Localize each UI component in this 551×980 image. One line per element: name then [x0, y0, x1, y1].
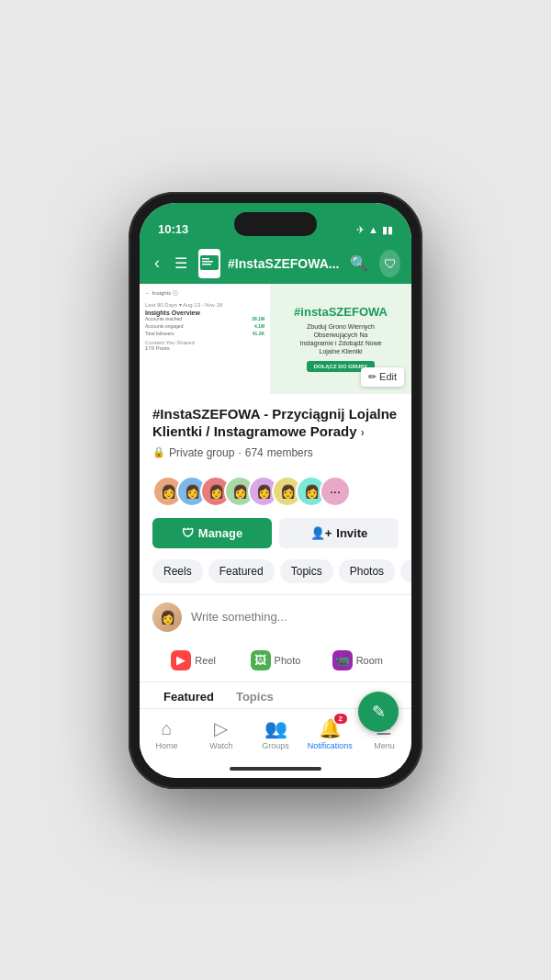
room-icon: 📹	[332, 650, 353, 670]
dynamic-island	[234, 212, 317, 236]
tab-photos[interactable]: Photos	[339, 559, 395, 583]
avatar[interactable]: ···	[320, 476, 351, 507]
home-indicator	[140, 760, 411, 778]
watch-icon: ▷	[214, 717, 228, 739]
nav-notifications-label: Notifications	[308, 741, 353, 750]
members-label: members	[267, 446, 313, 459]
user-avatar: 👩	[152, 603, 182, 632]
insights-rows: Accounts reached29.1M Accounts engaged4.…	[145, 316, 264, 336]
invite-button[interactable]: 👤+ Invite	[279, 518, 399, 548]
content-area: #InstaSZEFOWA - Przyciągnij Lojalne Klie…	[140, 394, 411, 708]
nav-home[interactable]: ⌂ Home	[140, 715, 194, 754]
search-button[interactable]: 🔍	[346, 251, 372, 276]
invite-person-icon: 👤+	[310, 526, 332, 540]
header-title: #InstaSZEFOWA...	[228, 256, 339, 271]
group-meta: 🔒 Private group · 674 members	[152, 446, 399, 459]
members-count: 674	[245, 446, 264, 459]
header-nav: ‹ ☰ #InstaSZEFOWA... 🔍 🛡	[140, 243, 411, 284]
nav-notifications[interactable]: 🔔 2 Notifications	[303, 714, 357, 754]
tab-featured[interactable]: Featured	[208, 559, 275, 583]
room-button[interactable]: 📹 Room	[317, 645, 399, 676]
notification-badge: 2	[334, 714, 347, 724]
phone-frame: 10:13 ✈ ▲ ▮▮ ‹ ☰ #InstaSZEFOWA... 🔍	[129, 192, 422, 789]
manage-shield-icon: 🛡	[182, 526, 194, 540]
insights-period: Last 90 Days ▾ Aug 13 - Nov 18	[145, 301, 264, 308]
cover-insights: ← Insights ⓘ Last 90 Days ▾ Aug 13 - Nov…	[140, 284, 270, 394]
edit-cover-button[interactable]: ✏ Edit	[361, 367, 404, 387]
phone-screen: 10:13 ✈ ▲ ▮▮ ‹ ☰ #InstaSZEFOWA... 🔍	[140, 203, 411, 778]
lock-icon: 🔒	[152, 446, 165, 458]
nav-menu-label: Menu	[374, 741, 395, 750]
group-logo	[198, 249, 220, 278]
shield-button[interactable]: 🛡	[379, 250, 400, 277]
tab-files[interactable]: Files	[400, 559, 411, 583]
tab-topics[interactable]: Topics	[280, 559, 333, 583]
insights-posts: 170 Posts	[145, 345, 264, 351]
photo-icon: 🖼	[251, 650, 271, 670]
home-bar	[230, 767, 321, 771]
airplane-icon: ✈	[356, 224, 365, 236]
groups-icon: 👥	[264, 717, 287, 739]
svg-rect-1	[202, 258, 209, 260]
chevron-right-icon: ›	[361, 426, 365, 439]
svg-rect-3	[202, 264, 211, 265]
status-icons: ✈ ▲ ▮▮	[356, 224, 393, 236]
nav-groups-label: Groups	[262, 741, 289, 750]
notification-wrapper: 🔔 2	[319, 717, 342, 739]
action-buttons: 🛡 Manage 👤+ Invite	[140, 518, 411, 548]
battery-icon: ▮▮	[382, 224, 393, 236]
shield-icon: 🛡	[384, 256, 397, 271]
compose-fab-button[interactable]: ✎	[358, 692, 399, 732]
cover-area: ← Insights ⓘ Last 90 Days ▾ Aug 13 - Nov…	[140, 284, 411, 394]
privacy-label: Private group	[169, 446, 234, 459]
content-tab-topics[interactable]: Topics	[225, 682, 285, 708]
cover-promo-text: Zbuduj Grono Wiernych Obserwujących Na I…	[299, 322, 381, 355]
write-input[interactable]	[191, 610, 399, 624]
category-tabs: Reels Featured Topics Photos Files	[140, 559, 411, 583]
insights-title: Insights Overview	[145, 310, 264, 316]
cover-hashtag: #instaSZEFOWA	[294, 305, 388, 319]
group-info: #InstaSZEFOWA - Przyciągnij Lojalne Klie…	[140, 394, 411, 476]
home-icon: ⌂	[162, 718, 173, 739]
tab-reels[interactable]: Reels	[152, 559, 203, 583]
reel-button[interactable]: ▶ Reel	[152, 645, 234, 676]
manage-button[interactable]: 🛡 Manage	[152, 518, 272, 548]
photo-button[interactable]: 🖼 Photo	[234, 645, 316, 676]
back-button[interactable]: ‹	[151, 250, 163, 276]
content-tab-featured[interactable]: Featured	[152, 682, 225, 708]
nav-groups[interactable]: 👥 Groups	[248, 714, 302, 754]
member-avatars: 👩 👩 👩 👩 👩 👩 👩 ···	[140, 476, 411, 507]
nav-watch-label: Watch	[209, 741, 232, 750]
nav-home-label: Home	[156, 741, 178, 750]
compose-icon: ✎	[372, 702, 386, 722]
svg-rect-0	[200, 255, 219, 270]
wifi-icon: ▲	[368, 224, 378, 235]
nav-watch[interactable]: ▷ Watch	[194, 714, 248, 754]
status-time: 10:13	[158, 222, 188, 236]
write-bar: 👩	[140, 594, 411, 639]
reel-icon: ▶	[171, 650, 191, 670]
media-buttons: ▶ Reel 🖼 Photo 📹 Room	[140, 639, 411, 682]
menu-button[interactable]: ☰	[171, 251, 191, 276]
svg-rect-2	[202, 261, 213, 263]
group-title: #InstaSZEFOWA - Przyciągnij Lojalne Klie…	[152, 405, 399, 441]
